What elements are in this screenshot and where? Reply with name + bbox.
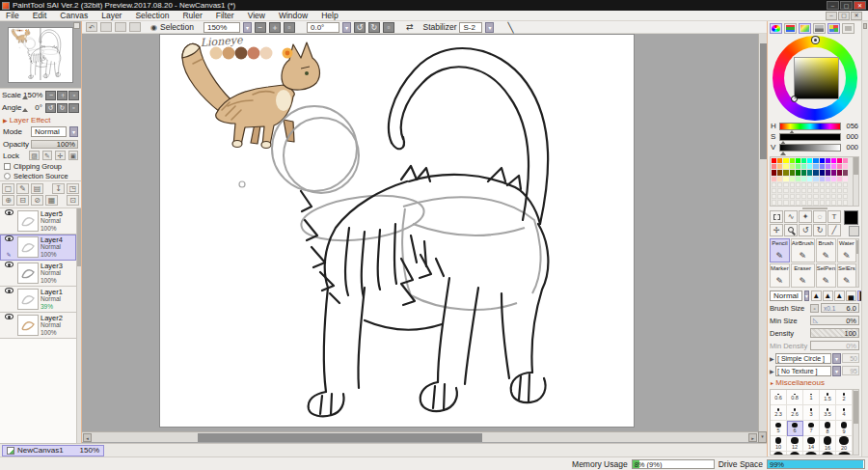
lock-pixels-icon[interactable]: ✎	[42, 151, 52, 160]
size-preset-2.3[interactable]: 2.3	[771, 405, 787, 421]
navigator-corner-button[interactable]	[73, 22, 80, 29]
size-preset-3.5[interactable]: 3.5	[820, 405, 836, 421]
layer-row-layer4[interactable]: ✎Layer4Normal100%	[0, 235, 76, 261]
horizontal-scrollbar[interactable]: ◂ ▸	[82, 431, 758, 442]
rotate-ccw-tool-icon[interactable]: ↺	[799, 224, 812, 236]
magic-wand-icon[interactable]: ✦	[799, 210, 812, 223]
swatch-3-4[interactable]	[796, 177, 800, 181]
rotate-cw-button[interactable]: ↻	[368, 22, 380, 33]
layer-row-layer5[interactable]: Layer5Normal100%	[0, 208, 76, 235]
zoom-in-button[interactable]: ＋	[269, 22, 281, 33]
swatch-empty[interactable]	[790, 182, 795, 187]
size-preset-0.6[interactable]: 0.6	[771, 390, 787, 405]
zoom-out-button[interactable]: −	[255, 22, 266, 33]
swatch-2-12[interactable]	[843, 170, 848, 175]
swatch-empty[interactable]	[837, 182, 842, 187]
toolbar-slot[interactable]	[100, 22, 112, 32]
saturation-slider[interactable]	[779, 133, 841, 141]
hue-cursor[interactable]	[812, 37, 819, 43]
delete-layer-icon[interactable]: ▦	[45, 195, 58, 206]
swatch-empty[interactable]	[837, 194, 842, 199]
swatch-0-4[interactable]	[796, 158, 800, 163]
swatch-empty[interactable]	[826, 182, 830, 187]
new-linework-layer-icon[interactable]: ✎	[16, 183, 29, 194]
stabilizer-dropdown-arrow[interactable]: ▾	[485, 22, 494, 33]
min-size-slider[interactable]: ◺ 0%	[810, 316, 859, 325]
swatch-empty[interactable]	[772, 194, 776, 199]
brush-size-unit-button[interactable]: ▫	[810, 304, 819, 313]
size-preset-14[interactable]: 14	[803, 436, 820, 452]
brush-shape-select[interactable]: [ Simple Circle ]	[775, 353, 831, 364]
swatches-tab-icon[interactable]	[827, 23, 840, 34]
menu-item-window[interactable]: Window	[279, 11, 308, 20]
swatch-0-10[interactable]	[831, 158, 836, 163]
clipping-group-row[interactable]: Clipping Group	[0, 161, 81, 171]
menu-item-file[interactable]: File	[6, 11, 19, 20]
layer-mode-select[interactable]: Normal	[31, 126, 67, 137]
angle-ccw-button[interactable]: ↺	[45, 103, 56, 113]
swatch-2-4[interactable]	[796, 170, 800, 175]
active-pen-icon[interactable]: ✎	[6, 252, 11, 259]
swatch-empty[interactable]	[831, 200, 836, 205]
layer-row-layer1[interactable]: Layer1Normal39%	[0, 287, 76, 313]
vertical-scrollbar[interactable]	[758, 34, 767, 431]
scratchpad-tab-icon[interactable]	[842, 23, 854, 34]
swatch-empty[interactable]	[843, 188, 848, 193]
swatch-empty[interactable]	[837, 200, 842, 205]
swatch-empty[interactable]	[777, 194, 782, 199]
swatch-1-7[interactable]	[813, 164, 818, 169]
menu-item-edit[interactable]: Edit	[33, 11, 47, 20]
brush-eraser[interactable]: Eraser✎	[791, 263, 815, 288]
canvas[interactable]: Lioneye	[159, 34, 635, 428]
swatch-1-12[interactable]	[843, 164, 848, 169]
clear-layer-icon[interactable]: ⊘	[31, 195, 43, 206]
swatch-empty[interactable]	[772, 200, 776, 205]
toolbar-slot[interactable]	[115, 22, 126, 32]
swatch-empty[interactable]	[772, 182, 776, 187]
brush-blend-mode-select[interactable]: Normal	[770, 290, 802, 301]
swatch-0-8[interactable]	[820, 158, 825, 163]
close-button[interactable]: ✕	[854, 1, 866, 10]
rgb-slider-tab-icon[interactable]	[784, 23, 797, 34]
swatch-empty[interactable]	[831, 194, 836, 199]
brush-blend-dropdown-arrow[interactable]: ▾	[804, 290, 809, 301]
minimize-button[interactable]: –	[827, 1, 839, 10]
flip-icon[interactable]: ⇄	[406, 22, 414, 32]
lock-opacity-icon[interactable]: ▨	[29, 151, 39, 160]
swatch-empty[interactable]	[777, 182, 782, 187]
swatch-1-11[interactable]	[837, 164, 842, 169]
horizontal-scrollbar-thumb[interactable]	[198, 433, 482, 442]
size-preset-16[interactable]: 16	[820, 436, 836, 452]
menu-item-help[interactable]: Help	[321, 11, 338, 20]
size-preset-scrollbar[interactable]	[854, 389, 859, 456]
swatch-1-9[interactable]	[826, 164, 830, 169]
doc-minimize-button[interactable]: –	[826, 12, 837, 20]
density-slider[interactable]: 100	[810, 328, 859, 338]
move-tool-icon[interactable]: ✢	[770, 224, 783, 236]
size-preset-50[interactable]: 50	[836, 452, 853, 456]
menu-item-view[interactable]: View	[248, 11, 265, 20]
clipping-group-checkbox[interactable]	[4, 163, 11, 170]
navigator-panel[interactable]	[0, 21, 81, 89]
sv-cursor[interactable]	[791, 96, 798, 102]
swatch-empty[interactable]	[843, 194, 848, 199]
lock-all-icon[interactable]: ▣	[68, 151, 78, 160]
brush-selpen[interactable]: SelPen✎	[816, 263, 836, 288]
eye-icon[interactable]	[5, 314, 14, 319]
swatch-3-0[interactable]	[772, 177, 776, 181]
swatch-1-0[interactable]	[772, 164, 776, 169]
swatch-empty[interactable]	[813, 194, 818, 199]
swatch-2-11[interactable]	[837, 170, 842, 175]
layer-opacity-slider[interactable]: 100%	[31, 140, 78, 149]
eye-icon[interactable]	[5, 288, 14, 293]
swatch-empty[interactable]	[807, 188, 812, 193]
swatch-2-8[interactable]	[820, 170, 825, 175]
swatch-empty[interactable]	[831, 188, 836, 193]
swatch-2-9[interactable]	[826, 170, 830, 175]
swatch-1-3[interactable]	[790, 164, 795, 169]
brush-size-slider[interactable]: x0.1 6.0	[821, 303, 859, 313]
background-color-well[interactable]	[849, 226, 859, 236]
lock-position-icon[interactable]: ✢	[55, 151, 65, 160]
combine-icon[interactable]: ⊟	[16, 195, 29, 206]
swatch-2-2[interactable]	[783, 170, 788, 175]
